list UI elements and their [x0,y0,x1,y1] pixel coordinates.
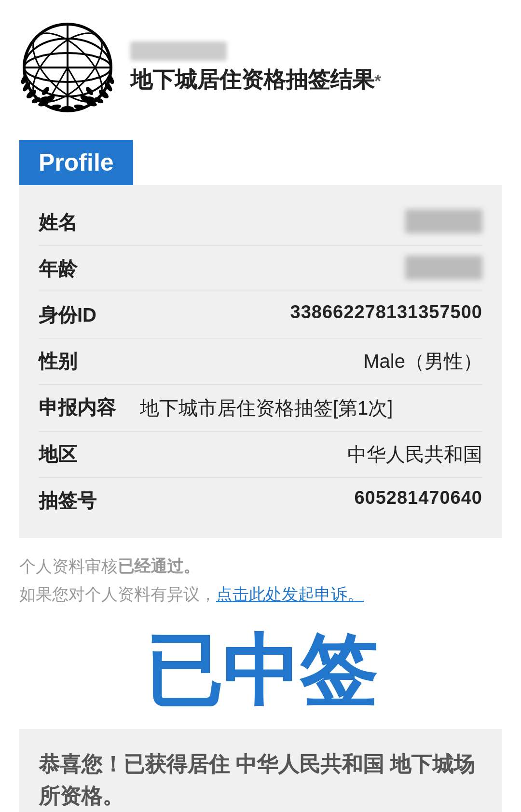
table-row: 身份ID 338662278131357500 [39,292,482,338]
field-value-name [405,209,482,233]
header: 地下城居住资格抽签结果* [19,19,502,116]
profile-section-label: Profile [19,140,133,185]
notice-line1-static: 个人资料审核 [19,557,118,575]
field-value-declaration: 地下城市居住资格抽签[第1次] [125,394,482,421]
congrats-banner: 恭喜您！已获得居住 中华人民共和国 地下城场所资格。 [19,729,502,812]
field-label-age: 年龄 [39,256,125,282]
field-value-gender: Male（男性） [125,348,482,375]
table-row: 抽签号 605281470640 [39,478,482,524]
notice-passed: 已经通过。 [118,557,200,575]
field-label-declaration: 申报内容 [39,394,125,421]
svg-point-25 [61,106,74,111]
table-row: 年龄 [39,246,482,292]
field-label-id: 身份ID [39,302,125,328]
field-label-name: 姓名 [39,209,125,236]
table-row: 申报内容 地下城市居住资格抽签[第1次] [39,385,482,432]
field-label-lottery: 抽签号 [39,487,125,514]
congrats-text: 恭喜您！已获得居住 中华人民共和国 地下城场所资格。 [39,748,482,812]
table-row: 地区 中华人民共和国 [39,432,482,478]
header-blurred-name [130,41,227,61]
notice-appeal-link[interactable]: 点击此处发起申诉。 [216,585,364,603]
result-text: 已中签 [19,633,502,710]
page-title: 地下城居住资格抽签结果* [130,67,381,93]
notice-text: 个人资料审核已经通过。 如果您对个人资料有异议，点击此处发起申诉。 [19,553,502,609]
table-row: 性别 Male（男性） [39,338,482,385]
info-table: 姓名 年龄 身份ID 338662278131357500 性别 Male（男性… [19,185,502,538]
notice-line2-static: 如果您对个人资料有异议， [19,585,216,603]
field-value-age [405,256,482,280]
result-section: 已中签 [19,633,502,710]
un-logo-icon [19,19,116,116]
field-label-region: 地区 [39,441,125,468]
field-value-id: 338662278131357500 [125,302,482,323]
field-label-gender: 性别 [39,348,125,375]
table-row: 姓名 [39,200,482,246]
field-value-lottery: 605281470640 [125,487,482,508]
field-value-region: 中华人民共和国 [125,441,482,468]
header-text: 地下城居住资格抽签结果* [130,41,381,93]
